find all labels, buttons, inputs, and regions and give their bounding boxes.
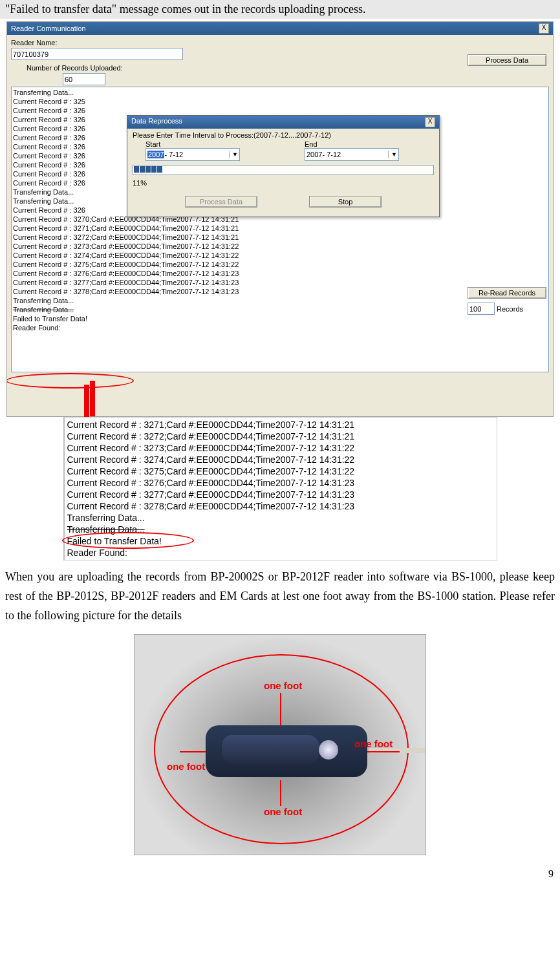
zoom-log-line: Current Record # : 3276;Card #:EE000CDD4… xyxy=(67,477,494,489)
instruction-paragraph: When you are uploading the records from … xyxy=(0,560,560,628)
data-reprocess-dialog: Data Reprocess X Please Enter Time Inter… xyxy=(127,115,440,217)
log-line: Current Record # : 3274;Card #:EE000CDD4… xyxy=(13,251,547,260)
page-number: 9 xyxy=(0,855,560,884)
window-title: Reader Communication xyxy=(11,25,86,32)
chevron-down-icon[interactable]: ▼ xyxy=(388,151,397,158)
log-line: Current Record # : 3271;Card #:EE000CDD4… xyxy=(13,224,547,233)
screenshot-reader-comm: Reader Communication X Reader Name: Proc… xyxy=(6,21,554,417)
zoom-log-line: Current Record # : 3272;Card #:EE000CDD4… xyxy=(67,431,494,442)
log-line: Current Record # : 326 xyxy=(13,106,547,115)
zoomed-log: Current Record # : 3271;Card #:EE000CDD4… xyxy=(63,417,497,560)
zoom-log-line: Current Record # : 3278;Card #:EE000CDD4… xyxy=(67,500,494,512)
reader-name-label: Reader Name: xyxy=(11,39,549,47)
one-foot-left: one foot xyxy=(167,761,205,772)
reader-name-input[interactable] xyxy=(11,48,183,60)
start-date-picker[interactable]: 2007- 7-12 ▼ xyxy=(145,148,240,161)
log-line: Transferring Data... xyxy=(13,88,547,97)
dialog-title: Data Reprocess xyxy=(131,117,182,127)
start-label: Start xyxy=(145,140,240,148)
num-uploaded-input[interactable] xyxy=(63,73,105,85)
log-line: Reader Found: xyxy=(13,323,547,332)
close-icon[interactable]: X xyxy=(539,23,549,34)
device-photo: one foot one foot one foot one foot xyxy=(134,634,426,855)
one-foot-right: one foot xyxy=(354,738,393,749)
log-line: Current Record # : 3276;Card #:EE000CDD4… xyxy=(13,269,547,278)
zoom-log-line: Transferring Data... xyxy=(67,512,494,524)
reread-count-input[interactable] xyxy=(468,303,495,315)
one-foot-top: one foot xyxy=(264,680,302,691)
highlight-circle-1 xyxy=(6,373,134,389)
reread-records-button[interactable]: Re-Read Records xyxy=(468,287,546,299)
log-line: Current Record # : 3273;Card #:EE000CDD4… xyxy=(13,242,547,251)
zoom-log-line: Current Record # : 3277;Card #:EE000CDD4… xyxy=(67,489,494,500)
dialog-stop-button[interactable]: Stop xyxy=(309,196,382,208)
dialog-close-icon[interactable]: X xyxy=(425,117,435,127)
progress-percent: 11% xyxy=(133,179,434,187)
end-date-picker[interactable]: 2007- 7-12 ▼ xyxy=(305,148,399,161)
end-label: End xyxy=(305,140,399,148)
window-titlebar: Reader Communication X xyxy=(7,22,553,35)
log-line: Current Record # : 3275;Card #:EE000CDD4… xyxy=(13,260,547,269)
log-line: Current Record # : 3272;Card #:EE000CDD4… xyxy=(13,233,547,242)
dialog-prompt: Please Enter Time Interval to Process:(2… xyxy=(133,131,434,139)
chevron-down-icon[interactable]: ▼ xyxy=(229,151,238,158)
one-foot-bottom: one foot xyxy=(264,806,302,817)
log-line: Current Record # : 3277;Card #:EE000CDD4… xyxy=(13,278,547,287)
doc-header: "Failed to transfer data" message comes … xyxy=(0,0,560,19)
zoom-log-line: Current Record # : 3271;Card #:EE000CDD4… xyxy=(67,419,494,431)
records-suffix: Records xyxy=(497,305,523,313)
zoom-log-line: Current Record # : 3273;Card #:EE000CDD4… xyxy=(67,442,494,454)
log-line: Current Record # : 325 xyxy=(13,97,547,106)
zoom-log-line: Current Record # : 3274;Card #:EE000CDD4… xyxy=(67,454,494,465)
highlight-circle-2 xyxy=(62,532,194,549)
log-line: Failed to Transfer Data! xyxy=(13,314,547,323)
process-data-button[interactable]: Process Data xyxy=(468,54,546,66)
dialog-process-button: Process Data xyxy=(185,196,257,208)
progress-bar xyxy=(133,165,434,175)
zoom-log-line: Current Record # : 3275;Card #:EE000CDD4… xyxy=(67,465,494,477)
